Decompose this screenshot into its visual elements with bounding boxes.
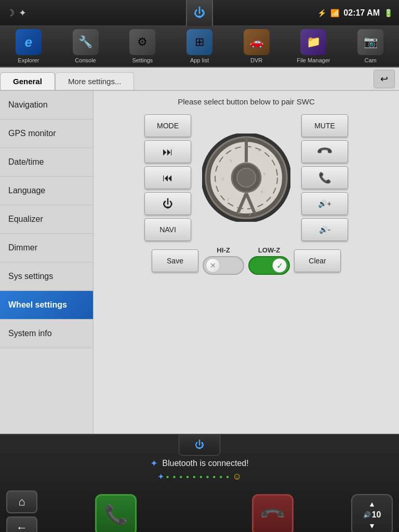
low-z-group: LOW-Z ✓	[248, 246, 290, 275]
prev-track-button[interactable]: ⏮	[144, 166, 191, 189]
tab-general[interactable]: General	[0, 72, 55, 90]
sidebar-item-system-info[interactable]: System info	[0, 320, 93, 348]
console-icon: 🔧	[73, 29, 99, 55]
vol-speaker-icon: 🔊	[363, 511, 371, 518]
hi-z-label: HI-Z	[217, 246, 230, 254]
vol-up-icon: 🔊+	[318, 200, 331, 208]
low-z-toggle[interactable]: ✓	[248, 256, 290, 275]
moon-icon: ☽	[6, 7, 15, 19]
settings-label: Settings	[132, 57, 153, 63]
cam-icon: 📷	[357, 29, 383, 55]
end-call-icon: 📞	[316, 143, 334, 161]
sidebar-item-navigation[interactable]: Navigation	[0, 91, 93, 119]
call-accept-icon: 📞	[104, 504, 128, 526]
volume-control[interactable]: ▲ 🔊 10 ▼	[351, 494, 393, 532]
vol-up-control[interactable]: ▲	[352, 499, 392, 509]
sidebar-item-language[interactable]: Language	[0, 177, 93, 205]
power-button[interactable]: ⏻	[186, 0, 213, 26]
back-button[interactable]: ←	[6, 516, 37, 532]
sidebar-item-datetime[interactable]: Date/time	[0, 148, 93, 177]
sidebar-item-sys-settings[interactable]: Sys settings	[0, 262, 93, 291]
bt-status-bar: ✦ Bluetooth is connected!	[150, 458, 248, 469]
explorer-icon: e	[16, 29, 42, 55]
swc-bottom-row: Save HI-Z ✕ LOW-Z ✓ Clear	[100, 246, 393, 275]
bt-dots-row: ✦ ● ● ● ● ● ● ● ● ● ● ☺	[157, 471, 242, 482]
swc-right-buttons: MUTE 📞 📞 🔊+ 🔊-	[301, 114, 348, 241]
navi-button[interactable]: NAVI	[144, 218, 191, 241]
bt-status-text: Bluetooth is connected!	[162, 459, 248, 468]
bluetooth-icon: ✦	[150, 458, 158, 469]
app-console[interactable]: 🔧 Console	[62, 29, 109, 63]
app-dvr[interactable]: 🚗 DVR	[233, 29, 280, 63]
filemanager-icon: 📁	[300, 29, 326, 55]
call-end-icon: 📞	[258, 500, 287, 529]
app-bar: e Explorer 🔧 Console ⚙ Settings ⊞ App li…	[0, 26, 399, 68]
vol-down-icon: 🔊-	[319, 225, 330, 234]
swc-buttons-container: MODE ⏭ ⏮ ⏻ NAVI	[144, 114, 348, 241]
call-button[interactable]: 📞	[301, 166, 348, 189]
home-button[interactable]: ⌂	[6, 490, 37, 513]
dvr-label: DVR	[250, 57, 262, 63]
home-icon: ⌂	[18, 495, 25, 509]
vol-number: 10	[372, 510, 381, 520]
clear-button[interactable]: Clear	[294, 249, 341, 272]
call-accept-button[interactable]: 📞	[95, 494, 137, 532]
home-back-group: ⌂ ←	[6, 490, 37, 532]
low-z-label: LOW-Z	[258, 246, 280, 254]
status-bar: ☽ ✦ ⏻ ⚡ 📶 02:17 AM 🔋	[0, 0, 399, 26]
main-content: Navigation GPS monitor Date/time Languag…	[0, 91, 399, 434]
hi-z-toggle[interactable]: ✕	[203, 256, 244, 275]
applist-label: App list	[190, 57, 209, 63]
explorer-label: Explorer	[18, 57, 39, 63]
hi-z-knob: ✕	[206, 258, 220, 273]
app-cam[interactable]: 📷 Cam	[347, 29, 394, 63]
filemanager-label: File Manager	[297, 57, 330, 63]
dvr-icon: 🚗	[244, 29, 270, 55]
sidebar-item-dimmer[interactable]: Dimmer	[0, 234, 93, 262]
app-settings[interactable]: ⚙ Settings	[119, 29, 166, 63]
wheel-settings-content: Please select button below to pair SWC M…	[94, 91, 399, 434]
sidebar-item-gps-monitor[interactable]: GPS monitor	[0, 119, 93, 148]
hi-z-group: HI-Z ✕	[203, 246, 244, 275]
bt-logo: ✦	[157, 472, 164, 482]
vol-down-control[interactable]: ▼	[352, 521, 392, 531]
bottom-bar: ⏻ ✦ Bluetooth is connected! ✦ ● ● ● ● ● …	[0, 434, 399, 532]
save-button[interactable]: Save	[152, 249, 198, 272]
mute-button[interactable]: MUTE	[301, 114, 348, 137]
power-swc-icon: ⏻	[163, 198, 173, 210]
battery-icon: 🔋	[384, 9, 393, 17]
bt-dots: ● ● ● ● ● ● ● ● ● ●	[166, 474, 230, 480]
power-center-icon: ⏻	[195, 440, 204, 450]
bt-icon: ⚡	[317, 9, 326, 17]
time-display: 02:17 AM	[343, 8, 380, 18]
swc-left-buttons: MODE ⏭ ⏮ ⏻ NAVI	[144, 114, 191, 241]
next-track-icon: ⏭	[163, 146, 173, 158]
power-swc-button[interactable]: ⏻	[144, 192, 191, 215]
swc-instruction: Please select button below to pair SWC	[178, 97, 314, 106]
app-applist[interactable]: ⊞ App list	[176, 29, 223, 63]
gear-icon: ✦	[19, 7, 26, 19]
smiley-icon: ☺	[232, 471, 242, 482]
sidebar-item-wheel-settings[interactable]: Wheel settings	[0, 291, 93, 320]
tab-more-settings[interactable]: More settings...	[55, 72, 135, 90]
end-call-button[interactable]: 📞	[301, 140, 348, 163]
sidebar: Navigation GPS monitor Date/time Languag…	[0, 91, 94, 434]
next-track-button[interactable]: ⏭	[144, 140, 191, 163]
console-label: Console	[75, 57, 96, 63]
tab-back-button[interactable]: ↩	[374, 70, 395, 88]
call-icon: 📞	[318, 171, 331, 184]
wifi-icon: 📶	[330, 9, 339, 17]
vol-up-button[interactable]: 🔊+	[301, 192, 348, 215]
low-z-knob: ✓	[272, 258, 287, 273]
vol-down-button[interactable]: 🔊-	[301, 218, 348, 241]
cam-label: Cam	[364, 57, 376, 63]
app-filemanager[interactable]: 📁 File Manager	[290, 29, 337, 63]
tabs-bar: General More settings... ↩	[0, 68, 399, 91]
wheel-watermark	[205, 136, 288, 219]
call-end-button[interactable]: 📞	[252, 494, 294, 532]
app-explorer[interactable]: e Explorer	[5, 29, 52, 63]
power-center-button[interactable]: ⏻	[179, 435, 220, 456]
mode-button[interactable]: MODE	[144, 114, 191, 137]
sidebar-item-equalizer[interactable]: Equalizer	[0, 205, 93, 234]
bottom-buttons-row: ⌂ ← 📞 📞 ▲ 🔊 10 ▼	[0, 486, 399, 532]
